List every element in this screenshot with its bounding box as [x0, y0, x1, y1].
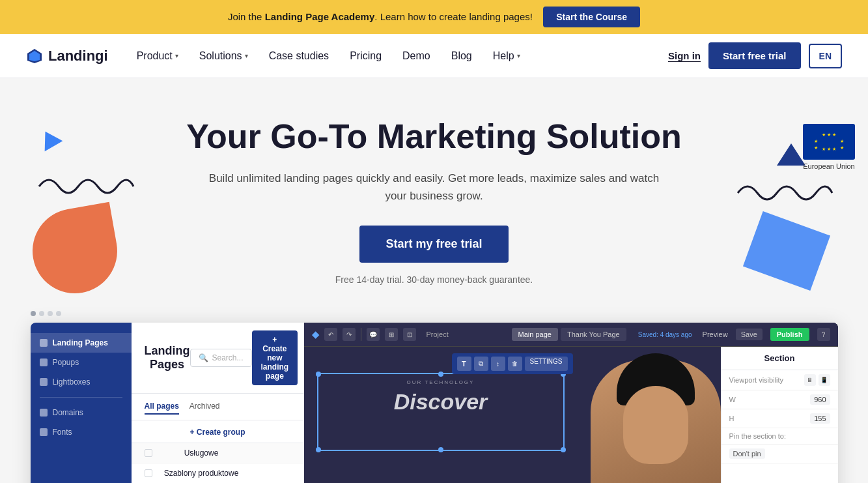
sidebar-item-domains[interactable]: Domains	[31, 403, 132, 422]
hero-cta-button[interactable]: Start my free trial	[359, 226, 508, 263]
undo-button[interactable]: ↶	[324, 328, 337, 341]
props-width-row: W 960	[721, 390, 838, 409]
tab-main-page[interactable]: Main page	[512, 328, 558, 341]
nav-item-blog[interactable]: Blog	[442, 45, 481, 67]
logo-icon	[26, 48, 43, 65]
logo[interactable]: Landingi	[26, 48, 108, 65]
preview-button[interactable]: Preview	[703, 330, 728, 338]
banner-cta-button[interactable]: Start the Course	[543, 7, 640, 27]
nav-item-pricing[interactable]: Pricing	[341, 45, 391, 67]
canvas-heading-text: Discover	[324, 389, 558, 415]
dot-2[interactable]	[39, 311, 44, 316]
props-height-row: H 155	[721, 409, 838, 428]
nav-item-solutions[interactable]: Solutions ▾	[190, 45, 257, 67]
orange-shape-icon	[26, 202, 124, 300]
canvas-sub-text: OUR TECHNOLOGY	[324, 379, 558, 385]
carousel-dots	[31, 311, 838, 316]
tab-thank-you-page[interactable]: Thank You Page	[561, 328, 626, 341]
popups-icon	[40, 359, 48, 366]
editor-logo-icon: ◆	[312, 329, 319, 340]
start-trial-button[interactable]: Start free trial	[708, 42, 801, 69]
banner-link[interactable]: Landing Page Academy	[265, 11, 375, 22]
create-group-button[interactable]: + Create group	[189, 428, 245, 437]
domains-icon	[40, 409, 48, 417]
hero-section: ★ ★ ★ ★ ★ ★ ★ ★ ★ ★ European Union Your …	[0, 78, 868, 483]
sidebar-item-fonts[interactable]: Fonts	[31, 422, 132, 442]
language-button[interactable]: EN	[809, 44, 842, 68]
svg-text:★ ★ ★: ★ ★ ★	[822, 132, 836, 137]
svg-text:★: ★	[840, 145, 844, 150]
mobile-toggle-btn[interactable]: 📱	[819, 374, 830, 386]
filter-archived[interactable]: Archived	[189, 399, 220, 415]
person-face-shape	[623, 386, 688, 464]
toggle-button-2[interactable]: ⊡	[403, 328, 416, 341]
filter-tabs: All pages Archived	[132, 394, 304, 420]
viewport-toggle: 🖥 📱	[804, 374, 830, 386]
chevron-down-icon: ▾	[175, 52, 178, 59]
help-button[interactable]: ?	[817, 328, 830, 341]
row-checkbox[interactable]	[145, 469, 152, 477]
sidebar-item-lightboxes[interactable]: Lightboxes	[31, 372, 132, 392]
squiggle-left-icon	[33, 167, 137, 206]
properties-panel: Section Viewport visibility 🖥 📱 W 960	[721, 347, 838, 483]
sign-in-link[interactable]: Sign in	[668, 50, 701, 61]
nav-item-demo[interactable]: Demo	[393, 45, 440, 67]
selection-handle	[316, 372, 321, 377]
table-row: Usługowe	[132, 443, 304, 463]
eu-badge[interactable]: ★ ★ ★ ★ ★ ★ ★ ★ ★ ★ European Union	[803, 124, 855, 170]
eu-label: European Union	[803, 162, 855, 170]
page-editor: ◆ ↶ ↷ 💬 ⊞ ⊡ Project Main page Thank You …	[304, 323, 838, 483]
canvas-move-button[interactable]: ↕	[490, 357, 505, 371]
dot-4[interactable]	[56, 311, 61, 316]
svg-text:★: ★	[814, 145, 818, 150]
toggle-button[interactable]: ⊞	[385, 328, 398, 341]
redo-button[interactable]: ↷	[343, 328, 356, 341]
dot-3[interactable]	[48, 311, 53, 316]
hero-subtext: Build unlimited landing pages quickly an…	[206, 169, 662, 205]
props-pin-row: Pin the section to:	[721, 428, 838, 445]
row-checkbox[interactable]	[145, 449, 152, 457]
dashboard-main: Landing Pages 🔍 Search... + Create new l…	[132, 323, 304, 483]
chevron-down-icon: ▾	[517, 52, 520, 59]
save-button[interactable]: Save	[736, 329, 763, 340]
selection-handle	[316, 447, 321, 452]
canvas-delete-button[interactable]: 🗑	[507, 357, 522, 371]
search-box[interactable]: 🔍 Search...	[190, 349, 252, 367]
dashboard-sidebar: Landing Pages Popups Lightboxes Domains	[31, 323, 132, 483]
props-header: Section	[721, 347, 838, 370]
blue-rect-icon	[743, 211, 830, 291]
desktop-toggle-btn[interactable]: 🖥	[804, 374, 816, 386]
eu-flag-icon: ★ ★ ★ ★ ★ ★ ★ ★ ★ ★	[803, 124, 855, 160]
sidebar-divider	[40, 397, 122, 398]
squiggle-right-icon	[731, 173, 835, 212]
fonts-icon	[40, 428, 48, 436]
canvas-duplicate-button[interactable]: ⧉	[473, 357, 488, 371]
sidebar-item-popups[interactable]: Popups	[31, 353, 132, 372]
sidebar-item-landing-pages[interactable]: Landing Pages	[31, 333, 132, 353]
filter-all-pages[interactable]: All pages	[145, 399, 179, 415]
triangle-right-icon	[777, 143, 805, 166]
page-tabs: Main page Thank You Page	[512, 328, 626, 341]
search-icon: 🔍	[199, 353, 208, 362]
props-pin-value-row: Don't pin	[721, 445, 838, 463]
canvas-person-image	[565, 347, 721, 483]
nav-item-product[interactable]: Product ▾	[128, 45, 188, 67]
nav-item-help[interactable]: Help ▾	[484, 45, 529, 67]
create-landing-page-button[interactable]: + Create new landing page	[252, 330, 298, 385]
canvas-text-tool[interactable]: T	[456, 357, 471, 371]
canvas-settings-button[interactable]: SETTINGS	[524, 357, 567, 371]
canvas-content: OUR TECHNOLOGY Discover	[324, 379, 558, 415]
banner-text: Join the Landing Page Academy. Learn how…	[228, 11, 535, 22]
publish-button[interactable]: Publish	[770, 328, 809, 341]
nav-item-case-studies[interactable]: Case studies	[260, 45, 339, 67]
navbar: Landingi Product ▾ Solutions ▾ Case stud…	[0, 34, 868, 78]
nav-right: Sign in Start free trial EN	[668, 42, 842, 69]
saved-status: Saved: 4 days ago	[638, 331, 692, 338]
comment-button[interactable]: 💬	[367, 328, 380, 341]
main-title: Landing Pages	[145, 344, 190, 372]
main-header: Landing Pages 🔍 Search... + Create new l…	[132, 323, 304, 394]
table-row: Szablony produktowe	[132, 463, 304, 483]
dot-1[interactable]	[31, 311, 36, 316]
chevron-down-icon: ▾	[245, 52, 248, 59]
selection-handle	[438, 447, 443, 452]
